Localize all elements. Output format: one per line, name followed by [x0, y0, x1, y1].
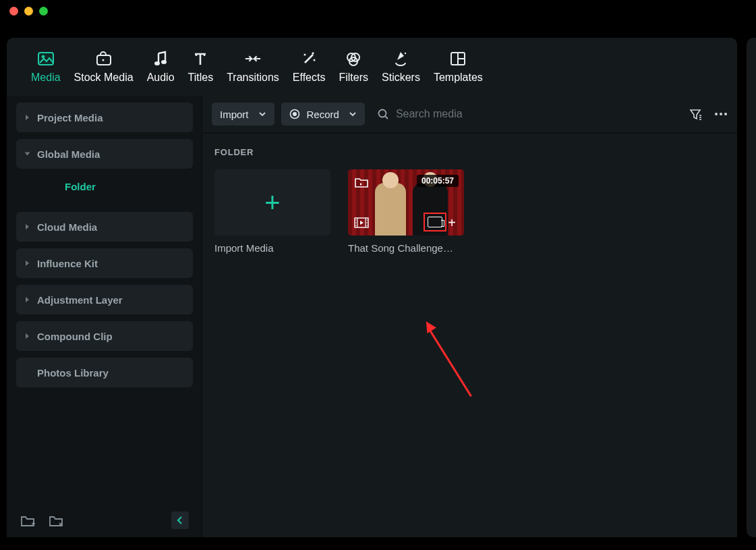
magic-wand-icon: [300, 51, 318, 67]
chevron-down-icon: [349, 111, 357, 117]
open-folder-overlay-icon[interactable]: [353, 175, 370, 190]
record-icon: [289, 109, 300, 119]
chevron-down-icon: [258, 111, 266, 117]
svg-point-7: [304, 53, 306, 55]
svg-rect-0: [38, 53, 53, 65]
svg-point-5: [161, 60, 167, 64]
sidebar-item-label: Cloud Media: [37, 221, 97, 233]
cloud-image-icon: [95, 51, 113, 67]
titles-icon: [192, 51, 209, 67]
chevron-right-icon: [26, 333, 29, 339]
media-grid: FOLDER + Import Media 00:05:57: [202, 134, 737, 267]
smart-cut-overlay-icon[interactable]: [424, 213, 446, 231]
import-dropdown[interactable]: Import: [212, 103, 274, 126]
tab-stock-media[interactable]: Stock Media: [74, 51, 134, 84]
import-media-thumb[interactable]: +: [214, 169, 330, 236]
sidebar-item-label: Compound Clip: [37, 331, 113, 342]
plus-icon: +: [264, 188, 280, 218]
sidebar-item-global-media[interactable]: Global Media: [16, 139, 193, 169]
toolbar-right: [689, 107, 728, 121]
minimize-window-button[interactable]: [24, 7, 33, 16]
svg-point-30: [366, 222, 368, 223]
tab-label: Stock Media: [74, 72, 134, 84]
transitions-icon: [244, 51, 262, 67]
media-content: Import Record: [201, 96, 737, 537]
record-dropdown[interactable]: Record: [281, 103, 365, 126]
tab-transitions[interactable]: Transitions: [227, 51, 279, 84]
music-note-icon: [152, 51, 169, 67]
tab-stickers[interactable]: Stickers: [382, 51, 420, 84]
tab-titles[interactable]: Titles: [188, 51, 214, 84]
sidebar-item-label: Influence Kit: [37, 258, 98, 269]
svg-line-19: [385, 116, 388, 119]
sidebar-item-compound-clip[interactable]: Compound Clip: [16, 321, 193, 351]
video-thumbnail[interactable]: 00:05:57 +: [348, 169, 464, 236]
svg-point-8: [314, 59, 316, 61]
sidebar-item-label: Global Media: [37, 148, 100, 160]
tab-templates[interactable]: Templates: [434, 51, 483, 84]
chevron-right-icon: [26, 297, 29, 302]
tab-label: Media: [31, 72, 61, 84]
close-window-button[interactable]: [9, 7, 18, 16]
sidebar-item-photos-library[interactable]: Photos Library: [16, 358, 193, 387]
tab-label: Audio: [147, 72, 175, 84]
svg-point-26: [355, 219, 357, 221]
window-traffic-lights: [0, 0, 756, 20]
tab-label: Filters: [339, 72, 368, 84]
stickers-icon: [392, 51, 409, 67]
svg-point-29: [366, 219, 368, 221]
sidebar-item-influence-kit[interactable]: Influence Kit: [16, 248, 193, 278]
sidebar-item-label: Folder: [65, 181, 96, 192]
svg-point-20: [715, 113, 718, 115]
sidebar-item-label: Project Media: [37, 112, 103, 123]
duration-badge: 00:05:57: [417, 175, 459, 187]
import-label: Import: [220, 109, 249, 120]
svg-point-27: [355, 222, 357, 223]
tile-caption: That Song Challenge…: [348, 242, 464, 254]
new-folder-icon[interactable]: [20, 514, 35, 527]
tab-label: Stickers: [382, 72, 420, 84]
filmstrip-overlay-icon[interactable]: [353, 215, 370, 230]
search-wrap: [372, 108, 682, 120]
svg-point-17: [293, 112, 297, 116]
thumbnail-figure: [375, 183, 406, 236]
search-icon: [377, 108, 389, 120]
more-menu-icon[interactable]: [714, 112, 728, 116]
chevron-right-icon: [26, 115, 29, 120]
svg-point-21: [720, 113, 722, 115]
right-collapsed-panel[interactable]: [747, 38, 756, 537]
tab-audio[interactable]: Audio: [147, 51, 175, 84]
delete-folder-icon[interactable]: [49, 514, 63, 527]
media-tile-video[interactable]: 00:05:57 + That Song: [348, 169, 464, 254]
svg-point-22: [724, 113, 727, 115]
sidebar-item-label: Photos Library: [37, 367, 109, 379]
add-to-timeline-overlay-icon[interactable]: +: [444, 215, 460, 230]
tab-media[interactable]: Media: [31, 51, 61, 84]
search-input[interactable]: [396, 108, 682, 120]
tab-label: Templates: [434, 72, 483, 84]
filter-icon[interactable]: [689, 107, 702, 121]
tab-filters[interactable]: Filters: [339, 51, 368, 84]
svg-point-28: [355, 225, 357, 226]
top-tabbar: Media Stock Media Audio Titles Transitio…: [7, 38, 737, 96]
svg-point-3: [102, 59, 104, 61]
sidebar-subitem-folder[interactable]: Folder: [16, 173, 193, 200]
sidebar-item-project-media[interactable]: Project Media: [16, 103, 193, 132]
filters-icon: [345, 51, 362, 67]
tab-effects[interactable]: Effects: [293, 51, 326, 84]
sidebar-item-label: Adjustment Layer: [37, 294, 123, 306]
fullscreen-window-button[interactable]: [39, 7, 48, 16]
svg-point-18: [378, 110, 386, 117]
tab-label: Effects: [293, 72, 326, 84]
tab-label: Transitions: [227, 72, 279, 84]
tile-caption: Import Media: [214, 242, 330, 254]
sidebar-item-adjustment-layer[interactable]: Adjustment Layer: [16, 285, 193, 314]
chevron-right-icon: [26, 260, 29, 266]
import-media-tile[interactable]: + Import Media: [214, 169, 330, 254]
collapse-sidebar-button[interactable]: [171, 512, 189, 529]
svg-point-31: [366, 225, 368, 226]
sidebar-item-cloud-media[interactable]: Cloud Media: [16, 212, 193, 242]
chevron-right-icon: [26, 224, 29, 229]
record-label: Record: [307, 109, 339, 120]
svg-point-12: [405, 52, 406, 53]
